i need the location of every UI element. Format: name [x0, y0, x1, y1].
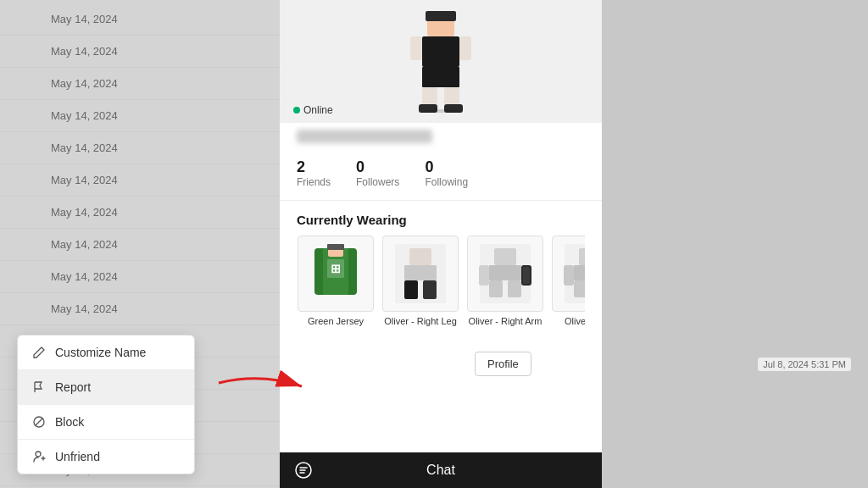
svg-rect-6: [410, 36, 422, 60]
date-item: May 14, 2024: [0, 100, 280, 132]
stat-followers: 0 Followers: [356, 158, 399, 188]
wearing-item-3-name: Oliver - Right Arm: [469, 315, 542, 327]
wearing-thumb-4: [552, 236, 585, 312]
wearing-item-2[interactable]: Oliver - Right Leg: [381, 236, 459, 327]
wearing-item-4[interactable]: Oliver - Le...: [551, 236, 585, 327]
wearing-item-1-name: Green Jersey: [308, 315, 364, 327]
menu-item-block[interactable]: Block: [18, 405, 194, 439]
date-item: May 14, 2024: [0, 68, 280, 100]
arrow-indicator: [210, 366, 312, 403]
menu-item-report[interactable]: Report: [18, 370, 194, 404]
wearing-thumb-1: ⊞: [298, 236, 374, 312]
chat-label: Chat: [426, 463, 455, 478]
date-item: May 14, 2024: [0, 132, 280, 164]
profile-panel: Online 2 Friends 0 Followers 0 Following…: [280, 0, 602, 488]
svg-rect-21: [423, 280, 437, 299]
wearing-item-3[interactable]: Oliver - Right Arm: [466, 236, 544, 327]
unfriend-icon: [31, 449, 47, 464]
wearing-section: Currently Wearing ⊞ Green Jers: [280, 201, 602, 336]
svg-text:⊞: ⊞: [331, 262, 341, 275]
profile-button[interactable]: Profile: [475, 352, 531, 376]
right-panel: [602, 0, 868, 488]
date-item: May 14, 2024: [0, 164, 280, 197]
context-menu: Customize NameReportBlockUnfriend: [17, 335, 195, 474]
date-item: May 14, 2024: [0, 229, 280, 261]
stat-friends: 2 Friends: [297, 158, 331, 188]
svg-rect-33: [564, 265, 574, 286]
avatar-section: Online: [280, 0, 602, 123]
svg-rect-31: [579, 248, 585, 265]
online-badge: Online: [293, 104, 333, 116]
friends-count: 2: [297, 158, 331, 176]
svg-point-38: [36, 452, 41, 457]
svg-rect-19: [404, 265, 437, 280]
report-icon: [31, 380, 47, 395]
svg-rect-16: [327, 244, 344, 250]
svg-rect-26: [523, 267, 530, 284]
wearing-item-2-name: Oliver - Right Leg: [384, 315, 457, 327]
followers-count: 0: [356, 158, 399, 176]
svg-rect-7: [459, 36, 471, 60]
menu-item-block-label: Block: [55, 415, 84, 429]
svg-rect-20: [404, 280, 418, 299]
online-status: Online: [303, 104, 333, 116]
following-count: 0: [425, 158, 468, 176]
menu-item-customize-label: Customize Name: [55, 346, 146, 359]
wearing-items: ⊞ Green Jersey: [297, 236, 585, 327]
menu-item-report-label: Report: [55, 380, 91, 394]
chat-bar[interactable]: Chat: [280, 452, 602, 488]
wearing-thumb-3: [467, 236, 543, 312]
svg-rect-24: [489, 265, 521, 280]
svg-rect-3: [422, 67, 459, 87]
svg-rect-2: [422, 36, 459, 67]
online-dot: [293, 107, 300, 114]
menu-item-unfriend[interactable]: Unfriend: [18, 440, 194, 474]
svg-rect-29: [508, 280, 521, 297]
customize-icon: [31, 345, 47, 360]
timestamp: Jul 8, 2024 5:31 PM: [758, 358, 851, 371]
svg-rect-35: [574, 280, 585, 297]
followers-label: Followers: [356, 176, 399, 188]
wearing-title: Currently Wearing: [297, 213, 585, 227]
svg-rect-23: [494, 248, 516, 265]
avatar-figure: [407, 15, 475, 108]
svg-rect-28: [489, 280, 503, 297]
date-item: May 14, 2024: [0, 3, 280, 36]
chat-icon: [293, 460, 314, 480]
menu-item-unfriend-label: Unfriend: [55, 450, 100, 463]
block-icon: [31, 414, 47, 430]
menu-item-customize[interactable]: Customize Name: [18, 336, 194, 369]
svg-rect-18: [409, 248, 431, 265]
following-label: Following: [425, 176, 468, 188]
friends-label: Friends: [297, 176, 331, 188]
date-item: May 14, 2024: [0, 261, 280, 293]
wearing-item-1[interactable]: ⊞ Green Jersey: [297, 236, 375, 327]
stat-following: 0 Following: [425, 158, 468, 188]
wearing-thumb-2: [382, 236, 459, 312]
date-item: May 14, 2024: [0, 293, 280, 325]
svg-rect-32: [574, 265, 585, 280]
avatar-svg: [407, 11, 475, 113]
svg-rect-27: [479, 265, 489, 286]
date-item: May 14, 2024: [0, 36, 280, 68]
svg-rect-1: [426, 11, 456, 21]
date-item: May 14, 2024: [0, 197, 280, 229]
wearing-item-4-name: Oliver - Le...: [565, 315, 585, 327]
stats-section: 2 Friends 0 Followers 0 Following: [280, 147, 602, 201]
